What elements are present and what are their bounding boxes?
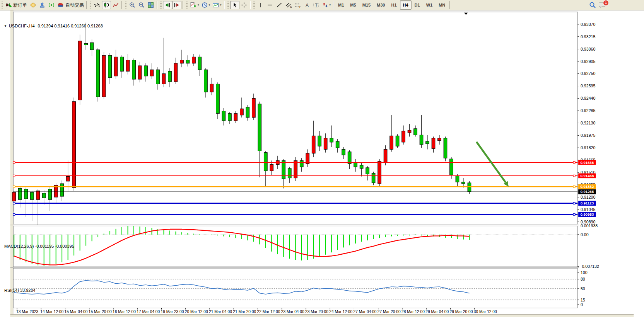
line-handle[interactable]	[13, 175, 15, 177]
time-tick-label: 22 Mar 12:00	[257, 310, 280, 314]
chart-window[interactable]: 0.933700.932150.930600.929050.927500.925…	[0, 10, 644, 327]
candle	[180, 60, 184, 63]
templates-button[interactable]: ▾	[211, 1, 223, 9]
timeframe-h1-button[interactable]: H1	[388, 0, 400, 10]
timeframe-mn-button[interactable]: MN	[436, 0, 448, 10]
chevron-down-icon[interactable]: ▾	[198, 3, 199, 7]
candle	[354, 163, 357, 167]
timeframe-h4-button[interactable]: H4	[400, 0, 412, 10]
candle	[120, 57, 124, 71]
candle	[132, 60, 136, 79]
line-handle[interactable]	[573, 175, 575, 177]
timeframe-m15-button[interactable]: M15	[359, 0, 374, 10]
text-button[interactable]: A	[302, 1, 312, 9]
horizontal-line-button[interactable]	[265, 1, 275, 9]
cursor-button[interactable]	[230, 1, 239, 9]
price-tick-label: 0.93370	[581, 22, 595, 27]
new-order-button[interactable]: 新订单	[4, 1, 28, 9]
trendline-button[interactable]	[275, 1, 284, 9]
account-button[interactable]	[38, 1, 47, 9]
candle	[408, 130, 411, 133]
fibonacci-button[interactable]: F	[293, 1, 302, 9]
line-handle[interactable]	[573, 186, 575, 187]
line-handle[interactable]	[573, 162, 575, 164]
line-handle[interactable]	[13, 186, 15, 187]
crosshair-button[interactable]	[239, 1, 249, 9]
zoom-in-button[interactable]	[128, 1, 137, 9]
macd-tick-label: 0.001938	[581, 223, 598, 228]
line-handle[interactable]	[13, 162, 15, 164]
indicators-button[interactable]: ▾	[189, 1, 200, 9]
time-tick-label: 21 Mar 04:00	[209, 310, 232, 314]
candle-chart-button[interactable]	[102, 1, 111, 9]
candle	[144, 66, 148, 76]
line-handle[interactable]	[13, 213, 15, 215]
fibo-icon: F	[294, 2, 301, 8]
rsi-tick-label: 0	[581, 302, 583, 307]
chart-canvas[interactable]: 0.933700.932150.930600.929050.927500.925…	[0, 10, 644, 327]
chevron-down-icon[interactable]: ▾	[209, 3, 210, 7]
time-tick-label: 27 Mar 04:00	[354, 310, 377, 314]
price-label-text: 0.91332	[580, 184, 594, 189]
channel-button[interactable]: E	[284, 1, 293, 9]
autotrading-button[interactable]: 自动交易	[56, 1, 85, 9]
crosshair-icon	[241, 2, 247, 8]
community-button[interactable]	[28, 1, 38, 9]
price-tick-label: 0.92905	[581, 59, 595, 64]
price-label-text: 0.91636	[580, 160, 594, 165]
hline-icon	[267, 2, 273, 8]
candle	[30, 192, 34, 200]
candle	[156, 70, 160, 84]
timeframe-m1-button[interactable]: M1	[335, 0, 347, 10]
new-order-button-label: 新订单	[13, 2, 27, 9]
time-tick-label: 28 Mar 12:00	[401, 310, 425, 314]
candle	[114, 57, 118, 76]
timeframe-m30-button[interactable]: M30	[374, 0, 388, 10]
auto-scroll-button[interactable]	[163, 1, 172, 9]
chart-shift-button[interactable]	[172, 1, 181, 9]
candle	[294, 160, 297, 178]
trendline-icon	[276, 2, 282, 8]
candle	[378, 161, 381, 184]
macd-tick-label: 0.00	[581, 232, 589, 237]
price-tick-label: 0.93215	[581, 34, 595, 39]
line-chart-button[interactable]	[111, 1, 120, 9]
chevron-down-icon[interactable]: ▾	[220, 3, 222, 7]
line-handle[interactable]	[13, 203, 15, 204]
candle	[186, 60, 190, 63]
time-tick-label: 29 Mar 04:00	[425, 310, 449, 314]
candle	[204, 70, 208, 92]
time-tick-label: 29 Mar 20:00	[450, 310, 473, 314]
signals-button[interactable]	[47, 1, 56, 9]
rsi-tick-label: 15	[581, 298, 585, 302]
text-label-button[interactable]: T	[312, 1, 321, 9]
line-handle[interactable]	[573, 213, 575, 215]
candle	[42, 193, 46, 198]
candle	[468, 183, 471, 192]
candle	[18, 188, 22, 199]
vertical-line-button[interactable]	[256, 1, 265, 9]
timeframe-d1-button[interactable]: D1	[412, 0, 423, 10]
price-tick-label: 0.92130	[581, 121, 595, 125]
notifications-button[interactable]: 1	[597, 1, 607, 9]
candle	[36, 191, 40, 200]
window-bottom-edge	[10, 315, 634, 317]
channel-icon: E	[285, 2, 292, 8]
clock-icon	[202, 2, 208, 8]
periods-button[interactable]: ▾	[200, 1, 212, 9]
price-label-text: 0.91268	[580, 189, 594, 194]
search-button[interactable]	[588, 1, 597, 9]
timeframe-w1-button[interactable]: W1	[423, 0, 436, 10]
price-label-text: 0.90983	[580, 212, 594, 216]
chevron-down-icon[interactable]: ▾	[330, 3, 331, 7]
time-tick-label: 24 Mar 12:00	[329, 310, 352, 314]
timeframe-m5-button[interactable]: M5	[347, 0, 359, 10]
time-tick-label: 13 Mar 2023	[16, 310, 38, 314]
person-icon	[39, 2, 45, 8]
zoom-out-button[interactable]	[137, 1, 146, 9]
candle	[300, 160, 303, 167]
tile-windows-button[interactable]	[146, 1, 155, 9]
arrows-button[interactable]: ▾	[321, 1, 332, 9]
line-handle[interactable]	[573, 203, 575, 204]
bar-chart-button[interactable]	[92, 1, 102, 9]
